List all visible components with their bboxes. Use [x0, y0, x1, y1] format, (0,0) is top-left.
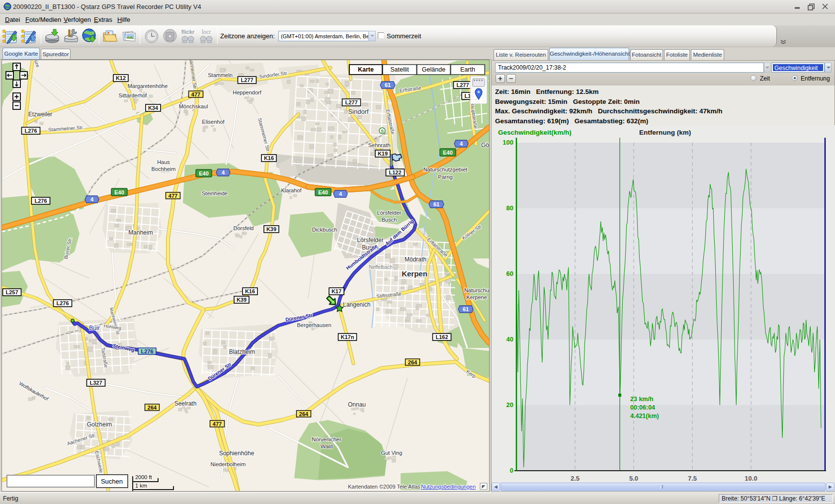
- svg-text:Seelrath: Seelrath: [174, 400, 197, 407]
- svg-text:L276: L276: [56, 300, 69, 306]
- svg-text:E40: E40: [199, 170, 209, 176]
- svg-text:Heppendorf: Heppendorf: [233, 89, 261, 95]
- svg-text:60: 60: [506, 270, 513, 277]
- svg-text:Mödrath: Mödrath: [405, 256, 426, 263]
- svg-text:Dickbusch: Dickbusch: [312, 227, 337, 233]
- svg-text:Gö: Gö: [481, 142, 489, 149]
- svg-text:477: 477: [213, 421, 222, 427]
- svg-text:K19: K19: [378, 151, 388, 157]
- svg-text:L277: L277: [345, 99, 357, 105]
- svg-text:E40: E40: [443, 150, 453, 156]
- svg-text:100: 100: [502, 139, 513, 146]
- svg-text:Margaretenhöhe: Margaretenhöhe: [128, 83, 168, 89]
- svg-text:7.5: 7.5: [688, 475, 697, 482]
- svg-text:K17n: K17n: [341, 334, 354, 340]
- svg-text:Nutzungsbedingungen: Nutzungsbedingungen: [421, 484, 476, 490]
- svg-text:Sehnrath: Sehnrath: [368, 142, 391, 148]
- svg-text:Parrig: Parrig: [438, 174, 452, 180]
- svg-text:Manheim: Manheim: [128, 229, 153, 236]
- svg-text:L257: L257: [5, 289, 18, 295]
- svg-text:0: 0: [510, 467, 513, 474]
- svg-text:Bochheim: Bochheim: [152, 166, 176, 172]
- svg-text:L276: L276: [34, 198, 47, 204]
- svg-text:K16: K16: [264, 155, 274, 161]
- svg-text:2000 ft: 2000 ft: [135, 474, 152, 480]
- svg-text:E40: E40: [318, 189, 328, 195]
- svg-text:Haus: Haus: [157, 159, 170, 165]
- svg-text:Lörsfelder: Lörsfelder: [377, 210, 402, 216]
- svg-text:Gelände: Gelände: [422, 66, 445, 73]
- svg-text:Onnau: Onnau: [348, 401, 366, 408]
- svg-text:5.0: 5.0: [629, 475, 638, 482]
- svg-text:Sittarderhof: Sittarderhof: [119, 92, 148, 98]
- svg-text:Bergerhausen: Bergerhausen: [297, 322, 331, 328]
- svg-text:Langenich: Langenich: [343, 301, 370, 308]
- svg-text:Entfernung (km): Entfernung (km): [639, 129, 691, 136]
- svg-text:Kerpen: Kerpen: [402, 269, 427, 278]
- svg-text:61: 61: [433, 201, 439, 207]
- svg-text:Naturschutzgebiet: Naturschutzgebiet: [423, 167, 468, 172]
- svg-text:264: 264: [148, 405, 157, 411]
- svg-text:1 km: 1 km: [135, 483, 147, 489]
- svg-text:L122: L122: [389, 169, 401, 175]
- svg-text:4: 4: [339, 191, 342, 197]
- svg-text:Gut Ving: Gut Ving: [381, 450, 403, 456]
- svg-text:4: 4: [90, 196, 94, 202]
- svg-text:264: 264: [408, 359, 418, 365]
- svg-text:61: 61: [385, 82, 391, 88]
- svg-text:L277: L277: [456, 82, 469, 88]
- svg-text:4.421(km): 4.421(km): [630, 413, 659, 420]
- svg-text:Busch: Busch: [382, 217, 397, 223]
- svg-text:Dorsfeld: Dorsfeld: [234, 225, 254, 231]
- svg-text:Karte: Karte: [358, 66, 374, 73]
- svg-text:Earth: Earth: [460, 66, 475, 73]
- svg-text:L277: L277: [241, 77, 253, 83]
- svg-text:80: 80: [506, 204, 513, 212]
- svg-text:Sindorf: Sindorf: [348, 108, 369, 115]
- svg-text:4: 4: [222, 169, 225, 175]
- svg-text:S: S: [381, 129, 384, 134]
- svg-text:Neffelbach: Neffelbach: [369, 264, 393, 270]
- svg-text:K16: K16: [245, 288, 255, 294]
- svg-text:264: 264: [299, 411, 309, 417]
- svg-text:K39: K39: [266, 226, 276, 232]
- svg-text:Steinheide: Steinheide: [202, 190, 228, 196]
- svg-text:K39: K39: [237, 297, 247, 303]
- svg-text:◤: ◤: [482, 484, 486, 489]
- svg-text:K12: K12: [116, 75, 126, 81]
- svg-text:Golzheim: Golzheim: [87, 421, 112, 428]
- svg-text:L276: L276: [141, 348, 153, 354]
- svg-text:Kartendaten ©2009 Tele Atlas -: Kartendaten ©2009 Tele Atlas -: [348, 484, 424, 490]
- svg-text:Stammeln: Stammeln: [208, 72, 233, 78]
- svg-text:Nörvenicher: Nörvenicher: [312, 436, 341, 442]
- svg-text:Klarahof: Klarahof: [281, 187, 302, 193]
- svg-text:L327: L327: [89, 380, 102, 386]
- svg-text:477: 477: [168, 193, 177, 199]
- svg-text:Geschwindigkeit(km/h): Geschwindigkeit(km/h): [498, 129, 572, 136]
- svg-text:Satellit: Satellit: [390, 66, 409, 73]
- svg-text:4: 4: [460, 141, 463, 147]
- svg-text:61: 61: [463, 306, 469, 312]
- svg-text:Blatzheim: Blatzheim: [229, 348, 255, 355]
- svg-text:L162: L162: [435, 334, 448, 340]
- svg-text:Etzweiler: Etzweiler: [28, 111, 53, 118]
- svg-text:Suchen: Suchen: [101, 478, 123, 485]
- svg-text:2.5: 2.5: [571, 475, 580, 482]
- svg-text:flickr: flickr: [181, 29, 195, 35]
- svg-text:20: 20: [506, 401, 513, 409]
- svg-text:Naturschu: Naturschu: [464, 287, 489, 293]
- svg-text:Niederbolheim: Niederbolheim: [211, 461, 246, 467]
- svg-text:Wald: Wald: [321, 443, 333, 449]
- svg-text:23 km/h: 23 km/h: [630, 396, 654, 403]
- svg-text:locr: locr: [202, 28, 211, 35]
- svg-text:K17: K17: [332, 288, 341, 294]
- svg-text:Buir: Buir: [89, 325, 99, 332]
- svg-text:477: 477: [191, 91, 200, 97]
- svg-text:E40: E40: [114, 189, 124, 195]
- svg-text:00:06:04: 00:06:04: [630, 404, 655, 411]
- svg-text:K34: K34: [148, 105, 159, 111]
- svg-text:10.0: 10.0: [745, 475, 757, 482]
- svg-text:L276: L276: [24, 128, 37, 134]
- svg-text:Lörsfelder: Lörsfelder: [357, 237, 383, 244]
- svg-text:40: 40: [506, 336, 513, 343]
